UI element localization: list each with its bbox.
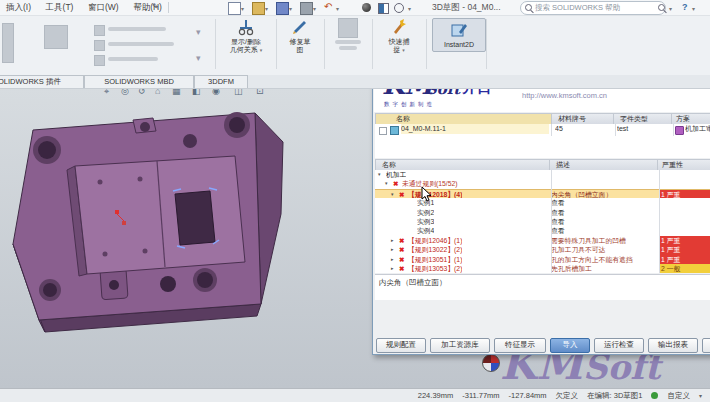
button-label: 显示/删除 (231, 38, 261, 45)
kmsoft-logo-icon (482, 354, 500, 372)
help-dropdown[interactable]: ▾ (692, 5, 695, 12)
group-dropdown[interactable]: ▾ (196, 27, 201, 37)
rule-description: 孔加工刀具不可达 (551, 245, 657, 254)
column-label: 材料牌号 (552, 115, 586, 122)
fail-icon: ✖ (399, 236, 404, 245)
cad-model[interactable] (5, 94, 355, 374)
print-icon[interactable] (300, 2, 313, 15)
rule-description: 先孔后槽加工 (551, 264, 657, 273)
commandmanager-tabs: SOLIDWORKS 插件 SOLIDWORKS MBD 3DDFM (0, 75, 710, 89)
rule-description: 孔的加工方向上不能有遮挡 (551, 255, 657, 264)
save-dropdown: ▾ (289, 5, 292, 12)
part-checkbox[interactable] (379, 127, 387, 135)
icons-dropdown[interactable]: ▾ (408, 5, 411, 12)
ribbon-separator (372, 19, 373, 69)
grid-line (659, 170, 660, 273)
relations-icon (237, 18, 255, 36)
grid-line (615, 124, 616, 136)
feature-display-button[interactable]: 特征显示 (494, 338, 546, 353)
quick-snaps-button[interactable]: 快速捕 捉 ▾ (378, 18, 420, 54)
settings-icon[interactable] (394, 3, 404, 13)
fail-icon: ✖ (399, 264, 404, 273)
customize-dropdown-icon[interactable]: ▾ (699, 392, 702, 399)
button-label: 图 (297, 46, 304, 53)
pin-icon[interactable]: ✎ (152, 2, 159, 11)
menu-insert[interactable]: 插入(I) (0, 0, 37, 16)
view-link[interactable]: 查看 (551, 198, 657, 207)
new-file-dropdown: ▾ (241, 5, 244, 12)
export-report-button[interactable]: 输出报表 (648, 338, 698, 353)
customize-menu[interactable]: 自定义 (667, 391, 690, 401)
save-icon[interactable] (276, 2, 289, 15)
instant2d-button[interactable]: Instant2D (432, 18, 486, 52)
disabled-tool-icon (94, 40, 105, 51)
sphere-icon[interactable] (362, 3, 371, 12)
menu-tools[interactable]: 工具(T) (40, 0, 80, 16)
open-file-icon[interactable] (252, 2, 265, 15)
expand-icon[interactable]: ▸ (391, 264, 394, 273)
view-link[interactable]: 查看 (551, 208, 657, 217)
group-dropdown[interactable]: ▾ (196, 53, 201, 63)
tree-label: 实例4 (417, 226, 434, 235)
undo-icon[interactable]: ↶ (324, 1, 332, 12)
expand-icon[interactable]: ▾ (378, 170, 381, 179)
button-label: Instant2D (444, 41, 474, 48)
exit-button[interactable]: 退出 (702, 338, 710, 353)
tab-solidworks-mbd[interactable]: SOLIDWORKS MBD (84, 75, 194, 88)
button-label: 几何关系 (230, 46, 258, 53)
expand-icon[interactable]: ▸ (391, 245, 394, 254)
rule-config-button[interactable]: 规则配置 (376, 338, 426, 353)
disabled-ribbon-button (330, 18, 366, 52)
menu-bar: 插入(I) 工具(T) 窗口(W) 帮助(H) ✎ ▾ ▾ ▾ ▾ ↶▾ ▾ 3… (0, 0, 710, 16)
resource-library-button[interactable]: 加工资源库 (430, 338, 490, 353)
expand-icon[interactable]: ▸ (391, 236, 394, 245)
define-state: 欠定义 (556, 391, 579, 401)
new-file-icon[interactable] (228, 2, 241, 15)
tab-3ddfm[interactable]: 3DDFM (194, 75, 248, 88)
column-label: 方案 (672, 115, 690, 122)
open-file-dropdown: ▾ (265, 5, 268, 12)
column-label: 描述 (550, 161, 570, 168)
part-scheme[interactable]: 机加工审查 (685, 124, 710, 134)
run-check-button[interactable]: 运行检查 (594, 338, 644, 353)
ribbon-separator (324, 19, 325, 69)
panel-toggle-icon[interactable] (378, 3, 389, 14)
tab-solidworks-addins[interactable]: SOLIDWORKS 插件 (0, 75, 84, 88)
coord-y: -311.77mm (462, 391, 499, 400)
disabled-label (108, 27, 166, 31)
button-label: 快速捕 (389, 38, 410, 45)
search-scope-icon (525, 4, 532, 11)
status-icon (651, 392, 658, 399)
grid-line (551, 124, 552, 136)
fail-icon: ✖ (399, 245, 404, 254)
display-delete-relations-button[interactable]: 显示/删除 几何关系 ▾ (222, 18, 270, 54)
quick-snaps-icon (390, 18, 408, 36)
help-icon[interactable]: ? (682, 2, 688, 12)
part-type: test (617, 124, 671, 134)
expand-icon[interactable]: ▾ (385, 179, 388, 188)
clipped-tool-icon (2, 23, 14, 63)
search-dropdown[interactable]: ▾ (669, 5, 672, 12)
ribbon-separator (426, 19, 427, 69)
coord-z: -127.84mm (509, 391, 547, 400)
column-label: 零件类型 (614, 115, 648, 122)
repair-sketch-button[interactable]: 修复草 图 (282, 18, 318, 54)
search-input[interactable]: 搜索 SOLIDWORKS 帮助 (520, 1, 666, 15)
import-button[interactable]: 导入 (550, 338, 590, 353)
rule-description: 需要特殊刀具加工的凹槽 (551, 236, 657, 245)
part-name[interactable]: 04_M0-M.11-1 (401, 124, 549, 134)
ribbon-separator (486, 19, 487, 69)
chevron-down-icon: ▾ (402, 47, 405, 53)
product-url[interactable]: http://www.kmsoft.com.cn (522, 91, 607, 100)
menu-help[interactable]: 帮助(H) (127, 0, 168, 16)
disabled-tool-icon (94, 55, 105, 66)
parts-table-empty (375, 136, 710, 158)
search-icon[interactable] (658, 4, 665, 11)
print-dropdown: ▾ (313, 5, 316, 12)
mouse-cursor-icon (421, 186, 433, 202)
expand-icon[interactable]: ▸ (391, 255, 394, 264)
view-link[interactable]: 查看 (551, 217, 657, 226)
view-link[interactable]: 查看 (551, 226, 657, 235)
button-label: 修复草 (290, 38, 311, 45)
menu-window[interactable]: 窗口(W) (82, 0, 125, 16)
